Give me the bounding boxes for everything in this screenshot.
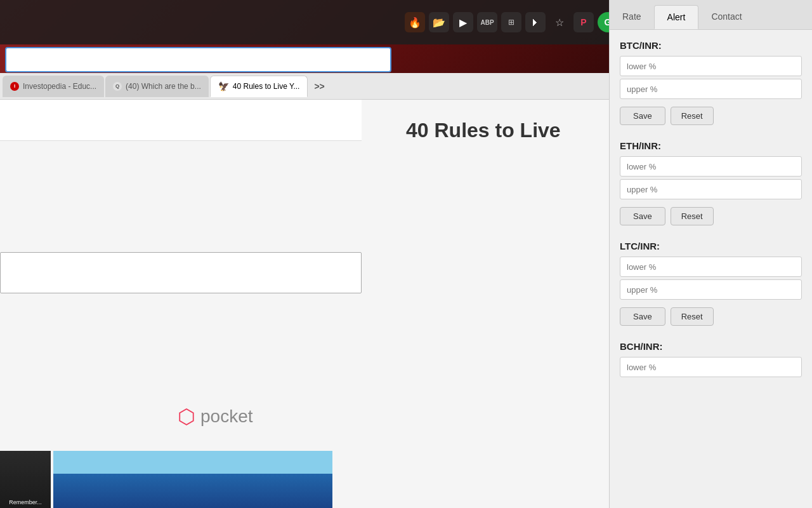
eth-buttons: Save Reset [620, 207, 802, 225]
btc-save-button[interactable]: Save [620, 107, 665, 125]
music-icon[interactable]: ⏵ [525, 12, 546, 32]
extension-icon[interactable]: ⊞ [501, 12, 521, 32]
tabs-icon[interactable]: 🔥 [405, 12, 425, 32]
abp-icon[interactable]: ABP [477, 12, 497, 32]
pair-ltc-inr: LTC/INR: Save Reset [620, 241, 802, 326]
tab-which-are[interactable]: Q (40) Which are the b... [105, 76, 209, 97]
tab-alert[interactable]: Alert [654, 5, 699, 29]
tab-label-which-are: (40) Which are the b... [126, 82, 201, 91]
thumb-ocean [53, 451, 332, 508]
pocket-area: ⬡ pocket [178, 404, 253, 429]
page-title-visible: 40 Rules to Live [406, 119, 561, 142]
pair-bch-inr: BCH/INR: [620, 341, 802, 380]
tab-bar: I Investopedia - Educ... Q (40) Which ar… [0, 73, 609, 100]
eth-upper-input[interactable] [620, 179, 802, 199]
video-icon[interactable]: ▶ [453, 12, 473, 32]
tab-contact[interactable]: Contact [698, 5, 754, 29]
more-tabs-button[interactable]: >> [309, 81, 329, 91]
ltc-upper-input[interactable] [620, 279, 802, 300]
pocket-text-label: pocket [200, 406, 253, 427]
tab-rate[interactable]: Rate [610, 5, 654, 29]
btc-reset-button[interactable]: Reset [671, 107, 714, 125]
tab-investopedia[interactable]: I Investopedia - Educ... [3, 76, 104, 97]
thumb-dark: Remember... [0, 451, 51, 508]
ltc-save-button[interactable]: Save [620, 307, 665, 326]
ltc-lower-input[interactable] [620, 257, 802, 277]
pair-btc-inr: BTC/INR: Save Reset [620, 40, 802, 125]
pocket-toolbar-icon[interactable]: P [573, 12, 594, 32]
tab-favicon-40-rules: 🦅 [218, 81, 229, 91]
tab-favicon-investopedia: I [10, 82, 19, 91]
tab-40-rules[interactable]: 🦅 40 Rules to Live Y... [210, 76, 308, 97]
pair-ltc-label: LTC/INR: [620, 241, 802, 251]
pair-eth-label: ETH/INR: [620, 140, 802, 151]
btc-upper-input[interactable] [620, 79, 802, 99]
address-bar[interactable] [5, 47, 391, 72]
tab-favicon-which-are: Q [113, 82, 122, 91]
panel-tabs: Rate Alert Contact [610, 0, 812, 30]
bookmark-star-icon[interactable]: ☆ [549, 12, 570, 32]
btc-lower-input[interactable] [620, 56, 802, 76]
pair-bch-label: BCH/INR: [620, 341, 802, 352]
pair-eth-inr: ETH/INR: Save Reset [620, 140, 802, 225]
ltc-buttons: Save Reset [620, 307, 802, 326]
main-content: 40 Rules to Live ⬡ pocket Remember... [0, 100, 609, 508]
folder-icon[interactable]: 📂 [429, 12, 449, 32]
bch-lower-input[interactable] [620, 357, 802, 377]
eth-reset-button[interactable]: Reset [671, 207, 714, 225]
pair-btc-label: BTC/INR: [620, 40, 802, 51]
eth-lower-input[interactable] [620, 156, 802, 177]
thumbnail-row: Remember... [0, 451, 368, 508]
tab-label-40-rules: 40 Rules to Live Y... [233, 82, 300, 91]
panel-content: BTC/INR: Save Reset ETH/INR: Save Reset … [610, 30, 812, 508]
alert-panel: Rate Alert Contact BTC/INR: Save Reset E… [609, 0, 812, 508]
ltc-reset-button[interactable]: Reset [671, 307, 714, 326]
pocket-icon: ⬡ [178, 404, 195, 429]
btc-buttons: Save Reset [620, 107, 802, 125]
content-search-box [0, 100, 362, 141]
content-box-middle [0, 252, 362, 293]
eth-save-button[interactable]: Save [620, 207, 665, 225]
tab-label-investopedia: Investopedia - Educ... [23, 82, 96, 91]
address-bar-wrapper [0, 47, 396, 72]
toolbar: 🔥 📂 ▶ ABP ⊞ ⏵ ☆ P G [0, 0, 609, 44]
